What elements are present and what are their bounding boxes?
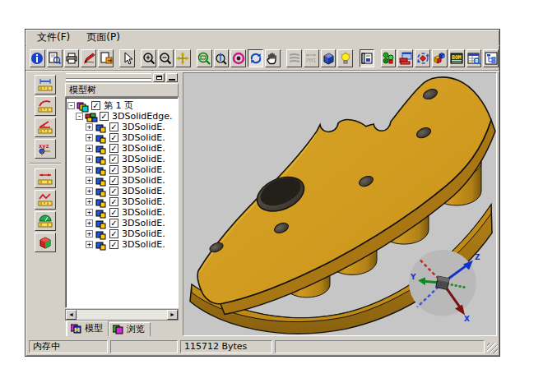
scroll-right-arrow[interactable]: ►: [167, 310, 178, 320]
light-button[interactable]: [337, 49, 353, 67]
tree-item-part[interactable]: + ✓ 3DSolidE.: [86, 196, 178, 207]
expand-icon[interactable]: +: [86, 123, 93, 131]
visibility-checkbox[interactable]: ✓: [100, 112, 109, 121]
measure-volume-button[interactable]: [35, 233, 56, 252]
visibility-checkbox[interactable]: ✓: [109, 208, 118, 217]
zoom-window-button[interactable]: [197, 49, 212, 67]
visibility-checkbox[interactable]: ✓: [109, 144, 118, 153]
svg-text:BOM: BOM: [452, 53, 462, 60]
model-tree[interactable]: - ✓ 第 1 页 - ✓ 3DSolidEdge. + ✓ 3DSolidE.…: [65, 97, 179, 308]
resize-grip[interactable]: [487, 343, 498, 353]
pan-hand-button[interactable]: [265, 49, 281, 67]
measure-area-button[interactable]: [35, 211, 56, 231]
tree-item-part[interactable]: + ✓ 3DSolidE.: [86, 143, 178, 154]
tree-item-part[interactable]: + ✓ 3DSolidE.: [86, 164, 178, 175]
toolbar-separator: [30, 163, 61, 164]
expand-icon[interactable]: +: [86, 166, 93, 173]
viewport-3d[interactable]: Z X Y: [183, 72, 497, 336]
structure-tree-button[interactable]: [483, 49, 499, 67]
expand-icon[interactable]: +: [86, 177, 93, 184]
collapse-icon[interactable]: -: [67, 102, 75, 109]
panel-hide-button[interactable]: [166, 73, 178, 82]
snapshot-button[interactable]: [397, 49, 413, 67]
tree-item-part[interactable]: + ✓ 3DSolidE.: [86, 154, 178, 164]
tree-item-assembly[interactable]: - ✓ 3DSolidEdge.: [76, 111, 178, 122]
visibility-checkbox[interactable]: ✓: [109, 176, 118, 185]
tab-browse[interactable]: 浏览: [109, 322, 151, 336]
select-cursor-button[interactable]: [119, 49, 135, 67]
tree-item-label: 3DSolidE.: [122, 154, 165, 164]
layers-button[interactable]: [286, 49, 302, 67]
model-tree-panel: 模型树 - ✓ 第 1 页 - ✓ 3DSolidEdge.: [65, 71, 180, 338]
print-button[interactable]: [64, 49, 80, 67]
tree-item-part[interactable]: + ✓ 3DSolidE.: [86, 122, 178, 132]
toolbar-separator: [114, 49, 118, 67]
expand-icon[interactable]: +: [86, 219, 93, 227]
expand-icon[interactable]: +: [86, 198, 93, 205]
bom-icon: BOM: [450, 52, 463, 65]
export-icon: [100, 52, 113, 65]
visibility-checkbox[interactable]: ✓: [91, 101, 100, 110]
panel-drag-grip[interactable]: [66, 73, 151, 79]
notebook-button[interactable]: [360, 49, 375, 67]
tree-item-part[interactable]: + ✓ 3DSolidE.: [86, 207, 178, 218]
zoom-extents-button[interactable]: [214, 49, 230, 67]
tree-item-part[interactable]: + ✓ 3DSolidE.: [86, 228, 178, 239]
tab-model[interactable]: M 模型: [67, 321, 109, 336]
tree-item-page[interactable]: - ✓ 第 1 页: [67, 100, 178, 111]
pmi-button[interactable]: PMI: [304, 49, 319, 67]
bom-button[interactable]: BOM: [449, 49, 465, 67]
expand-icon[interactable]: +: [86, 145, 93, 152]
measure-angle-button[interactable]: [35, 118, 56, 137]
axis-y-label: Y: [410, 273, 416, 281]
visibility-checkbox[interactable]: ✓: [109, 187, 118, 196]
expand-icon[interactable]: +: [86, 134, 93, 141]
menu-page[interactable]: 页面(P): [80, 29, 127, 46]
expand-icon[interactable]: +: [86, 155, 93, 163]
visibility-checkbox[interactable]: ✓: [109, 154, 118, 164]
rotate-button[interactable]: [248, 49, 263, 67]
collapse-icon[interactable]: -: [76, 113, 83, 120]
view-cube-button[interactable]: [321, 49, 336, 67]
visibility-checkbox[interactable]: ✓: [109, 165, 118, 174]
tree-item-label: 第 1 页: [104, 99, 133, 112]
tree-item-part[interactable]: + ✓ 3DSolidE.: [86, 175, 178, 186]
status-bar: 内存中 115712 Bytes: [26, 338, 499, 356]
panel-title: 模型树: [65, 83, 179, 97]
open-file-button[interactable]: [47, 49, 63, 67]
info-button[interactable]: [30, 49, 45, 67]
measure-coordinate-button[interactable]: xyz: [35, 139, 56, 159]
visibility-checkbox[interactable]: ✓: [109, 229, 118, 238]
visibility-checkbox[interactable]: ✓: [109, 133, 118, 142]
zoom-out-button[interactable]: [158, 49, 174, 67]
markup-pen-button[interactable]: [81, 49, 96, 67]
tree-item-part[interactable]: + ✓ 3DSolidE.: [86, 239, 178, 250]
explode-view-button[interactable]: [432, 49, 448, 67]
menu-file[interactable]: 文件(F): [30, 29, 77, 46]
visibility-checkbox[interactable]: ✓: [109, 240, 118, 249]
measure-polyline-button[interactable]: [35, 190, 56, 210]
visibility-checkbox[interactable]: ✓: [109, 197, 118, 206]
export-button[interactable]: [98, 49, 114, 67]
render-mode-button[interactable]: [230, 49, 246, 67]
expand-icon[interactable]: +: [86, 241, 93, 248]
tree-item-part[interactable]: + ✓ 3DSolidE.: [86, 132, 178, 143]
visibility-checkbox[interactable]: ✓: [109, 219, 118, 228]
pan-button[interactable]: [175, 49, 191, 67]
expand-icon[interactable]: +: [86, 209, 93, 216]
assembly-button[interactable]: [381, 49, 397, 67]
tree-item-part[interactable]: + ✓ 3DSolidE.: [86, 186, 178, 196]
visibility-checkbox[interactable]: ✓: [109, 122, 118, 131]
properties-table-button[interactable]: [466, 49, 482, 67]
measure-distance-button[interactable]: [35, 168, 56, 188]
expand-icon[interactable]: +: [86, 230, 93, 238]
measure-horizontal-button[interactable]: [35, 75, 56, 95]
update-view-button[interactable]: [415, 49, 430, 67]
tree-hscrollbar[interactable]: ◄ ►: [65, 309, 179, 321]
panel-float-button[interactable]: [153, 73, 165, 82]
expand-icon[interactable]: +: [86, 187, 93, 195]
scroll-left-arrow[interactable]: ◄: [66, 310, 77, 320]
tree-item-part[interactable]: + ✓ 3DSolidE.: [86, 218, 178, 228]
zoom-in-button[interactable]: [141, 49, 156, 67]
measure-curve-button[interactable]: [35, 96, 56, 116]
